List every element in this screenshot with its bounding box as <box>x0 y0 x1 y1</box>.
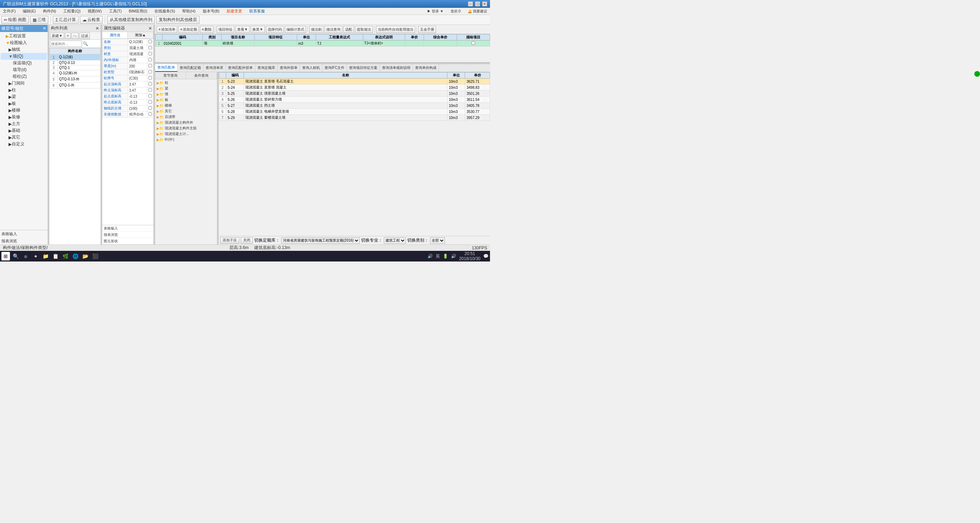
query-tab-match-ext[interactable]: 查询匹配外部单 <box>226 64 255 72</box>
struct-filter-btn[interactable]: 过滤 <box>79 33 90 39</box>
prop-checkbox[interactable] <box>148 88 152 92</box>
query-tree-item-wall[interactable]: ▶📁墙 <box>156 91 216 97</box>
sidebar-close-icon[interactable]: ✕ <box>43 26 46 31</box>
menu-help[interactable]: 帮助(H) <box>181 8 197 14</box>
props-tab-attach[interactable]: 附加▲ <box>128 32 153 38</box>
struct-list-item[interactable]: 3QTQ-1 <box>50 65 100 70</box>
prop-checkbox[interactable] <box>148 100 152 104</box>
prop-value[interactable]: (100) <box>128 105 147 112</box>
props-row[interactable]: 砼牌号(C30) <box>103 75 153 81</box>
toolbar-calc[interactable]: Σ 汇总计算 <box>53 16 78 24</box>
prop-checkbox[interactable] <box>148 58 152 61</box>
sidebar-item-dark-pillar[interactable]: 暗柱(Z) <box>1 73 47 80</box>
query-add-btn[interactable]: 添加子目 <box>220 238 239 244</box>
prop-checkbox[interactable] <box>148 112 152 116</box>
bill-add-quota-btn[interactable]: +添加清单 <box>157 26 177 33</box>
taskbar-cortana[interactable]: ◎ <box>21 252 30 260</box>
menu-version[interactable]: 版本号(B) <box>201 8 221 14</box>
start-button[interactable]: ⊞ <box>2 252 10 260</box>
props-tab-values[interactable]: 属性值 <box>102 32 128 38</box>
prop-value[interactable]: 200 <box>128 63 147 69</box>
query-result-row[interactable]: 35-25现浇混凝土 强形混凝土墙10m33501.26 <box>219 91 490 97</box>
prop-checkbox[interactable] <box>148 82 152 86</box>
query-col-condition[interactable]: 条件查询 <box>186 72 217 79</box>
toolbar-copy-from[interactable]: 从其他楼层复制构件到 <box>107 16 155 24</box>
prop-value[interactable]: -0.13 <box>128 99 147 105</box>
bill-hardware-btn[interactable]: 五金手册 <box>418 26 436 33</box>
props-row[interactable]: 厚度(m)200 <box>103 63 153 69</box>
close-button[interactable]: ✕ <box>482 2 487 6</box>
struct-list-item[interactable]: 2QTQ-0.13 <box>50 61 100 65</box>
taskbar-app3[interactable]: 🌿 <box>61 252 70 260</box>
struct-list-item[interactable]: 6QTQ-1-外 <box>50 83 100 88</box>
bill-convert-btn[interactable]: 换算▼ <box>251 26 265 33</box>
bill-query-btn[interactable]: 查看▼ <box>235 26 250 33</box>
query-tab-ifc[interactable]: 查询IFC文件 <box>322 64 347 72</box>
query-result-row[interactable]: 15-23现浇混凝土 直形墙 毛石混凝土10m33625.71 <box>219 78 490 85</box>
specialty-select[interactable]: 建筑工程 <box>384 238 406 244</box>
menu-contact[interactable]: 联系客服 <box>248 8 266 14</box>
prop-value[interactable]: (C30) <box>128 75 147 81</box>
prop-checkbox-cell[interactable] <box>147 51 153 57</box>
bill-method-query-btn[interactable]: 做法查询 <box>325 26 342 33</box>
bill-select-code-btn[interactable]: 选择代码 <box>266 26 284 33</box>
query-tab-price[interactable]: 查询单价构成 <box>413 64 439 72</box>
query-tree-item-other[interactable]: ▶📁其它 <box>156 108 216 114</box>
sidebar-item-drawing[interactable]: ▼ 绘图输入 <box>1 40 47 46</box>
props-table-input[interactable]: 表格输入 <box>102 225 153 232</box>
prop-checkbox-cell[interactable] <box>147 75 153 81</box>
bill-project-feature-btn[interactable]: 项目特征 <box>216 26 234 33</box>
struct-search-input[interactable] <box>50 40 82 47</box>
taskbar-multitask[interactable]: ❖ <box>31 252 40 260</box>
prop-value[interactable]: 现浇混凝 <box>128 51 147 57</box>
bill-checkbox[interactable] <box>471 41 475 45</box>
bill-extract-btn[interactable]: 提取做法 <box>355 26 373 33</box>
sidebar-item-wall[interactable]: ▼ 墙(Q) <box>1 53 47 60</box>
minimize-button[interactable]: ─ <box>468 2 473 6</box>
taskbar-notification-icon[interactable]: 💬 <box>483 254 488 259</box>
menu-component[interactable]: 构件(N) <box>41 8 57 14</box>
toolbar-copy-to[interactable]: 复制构件到其他楼层 <box>156 16 200 24</box>
sidebar-table-input[interactable]: 表格输入 <box>0 230 48 238</box>
sidebar-item-stair[interactable]: ▶ 楼梯 <box>1 107 47 114</box>
prop-value[interactable]: 内墙 <box>128 57 147 63</box>
menu-tools[interactable]: 工具(T) <box>108 8 123 14</box>
sidebar-item-axis[interactable]: ▶ 轴线 <box>1 46 47 53</box>
query-result-row[interactable]: 55-27现浇混凝土 挡土墙10m33405.78 <box>219 103 490 109</box>
struct-delete-btn[interactable]: × <box>65 33 71 39</box>
table-row[interactable]: 1 010402001 项 砖块墙 m3 TJ TJ<墙体积> <box>156 40 490 46</box>
menu-bim[interactable]: BIM应用(I) <box>127 8 149 14</box>
menu-edit[interactable]: 编辑(E) <box>21 8 37 14</box>
sidebar-item-insulation-wall[interactable]: 保温墙(Q) <box>1 60 47 67</box>
bill-checkbox-cell[interactable] <box>457 40 490 46</box>
sidebar-item-wall-guide[interactable]: 墙导(d) <box>1 67 47 73</box>
props-row[interactable]: 非搜彻数筑程序自动 <box>103 112 153 118</box>
prop-checkbox-cell[interactable] <box>147 99 153 105</box>
type-select[interactable]: 全部 <box>430 238 445 244</box>
prop-value[interactable]: 混凝土墙 <box>128 45 147 51</box>
props-row[interactable]: 起点顶标高3.47 <box>103 81 153 88</box>
prop-value[interactable]: (现浇标石 <box>128 69 147 75</box>
menu-suggestion[interactable]: 🔔 我要建议 <box>466 9 488 14</box>
prop-checkbox-cell[interactable] <box>147 69 153 75</box>
sidebar-report[interactable]: 报表浏览 <box>0 238 48 244</box>
prop-checkbox[interactable] <box>148 94 152 98</box>
query-tab-fixed-lib[interactable]: 查询定额库 <box>255 64 278 72</box>
query-result-row[interactable]: 25-24现浇混凝土 直形墙 混凝土10m33498.83 <box>219 85 490 91</box>
props-row[interactable]: 起点底标高-0.13 <box>103 93 153 99</box>
prop-checkbox-cell[interactable] <box>147 45 153 51</box>
prop-checkbox-cell[interactable] <box>147 81 153 88</box>
prop-value[interactable]: 3.47 <box>128 88 147 93</box>
menu-newchange[interactable]: 新建变更 <box>225 8 243 14</box>
bill-add-fixed-btn[interactable]: +添加定额 <box>178 26 199 33</box>
struct-panel-close[interactable]: ✕ <box>95 26 99 31</box>
prop-value[interactable]: Q-1(2择) <box>128 39 147 45</box>
prop-value[interactable]: 程序自动 <box>128 112 147 118</box>
prop-checkbox-cell[interactable] <box>147 93 153 99</box>
taskbar-app1[interactable]: 📁 <box>41 252 50 260</box>
prop-checkbox[interactable] <box>148 106 152 110</box>
bill-edit-formula-btn[interactable]: 编辑计算式 <box>285 26 306 33</box>
sidebar-item-project-settings[interactable]: ▶ 工程设置 <box>1 33 47 40</box>
query-tab-match-fixed[interactable]: 查询匹配定额 <box>178 64 204 72</box>
query-tab-match-quota[interactable]: 查询匹配单 <box>155 64 178 72</box>
